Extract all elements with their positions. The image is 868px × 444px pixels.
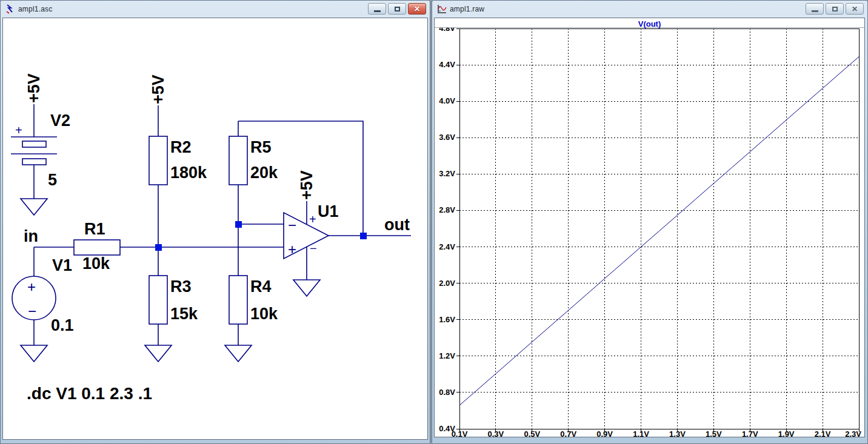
net-label-out[interactable]: out bbox=[384, 216, 410, 234]
component-r4[interactable] bbox=[229, 276, 247, 345]
x-tick-label: 0.5V bbox=[524, 429, 540, 439]
schematic-canvas[interactable]: +5V +5V +5V V2 5 V1 0.1 R1 10k R2 180k R… bbox=[2, 18, 428, 440]
x-tick-label: 1.7V bbox=[742, 429, 758, 439]
ground-symbol-r4[interactable] bbox=[225, 345, 252, 362]
x-tick-label: 0.9V bbox=[596, 429, 613, 439]
u1-vminus-mark: − bbox=[310, 242, 317, 255]
component-r2[interactable] bbox=[149, 105, 167, 185]
y-tick-label: 3.6V bbox=[439, 133, 455, 142]
x-tick-label: 0.7V bbox=[560, 429, 576, 439]
net-label-in[interactable]: in bbox=[24, 227, 38, 245]
rail-label-r2[interactable]: +5V bbox=[149, 75, 167, 104]
y-tick-label: 4.4V bbox=[439, 60, 455, 69]
trace-legend-bar[interactable]: V(out) bbox=[435, 18, 864, 28]
x-tick-label: 1.3V bbox=[669, 429, 686, 439]
y-tick-label: 1.6V bbox=[439, 315, 455, 324]
v1-minus-mark: − bbox=[28, 303, 36, 319]
y-tick-label: 3.2V bbox=[439, 169, 455, 178]
ground-symbol-v1[interactable] bbox=[21, 345, 47, 362]
minimize-button[interactable] bbox=[368, 3, 386, 15]
junction-node-vminus bbox=[235, 221, 242, 228]
v2-value[interactable]: 5 bbox=[48, 171, 57, 189]
y-tick-label: 0.8V bbox=[439, 388, 455, 397]
component-r1[interactable] bbox=[74, 240, 120, 255]
close-icon: ✕ bbox=[414, 5, 420, 13]
ltspice-schematic-icon[interactable] bbox=[5, 4, 15, 14]
close-button[interactable]: ✕ bbox=[408, 3, 426, 15]
u1-inverting-mark: − bbox=[288, 217, 296, 233]
junction-node-out bbox=[360, 233, 367, 239]
y-tick-label: 0.4V bbox=[439, 424, 455, 433]
ground-symbol-u1[interactable] bbox=[293, 280, 320, 296]
component-r5[interactable] bbox=[229, 121, 247, 185]
restore-icon bbox=[395, 7, 400, 12]
x-tick-label: 1.9V bbox=[778, 429, 795, 439]
x-tick-label: 0.3V bbox=[488, 429, 504, 439]
ground-symbol-v2[interactable] bbox=[21, 199, 47, 215]
r3-name[interactable]: R3 bbox=[170, 277, 192, 296]
u1-vplus-mark: + bbox=[309, 213, 316, 226]
close-button[interactable]: ✕ bbox=[846, 3, 864, 15]
close-icon: ✕ bbox=[852, 5, 858, 13]
waveform-plot[interactable]: 0.1V0.3V0.5V0.7V0.9V1.1V1.3V1.5V1.7V1.9V… bbox=[435, 28, 866, 439]
v2-plus-mark: + bbox=[15, 124, 22, 137]
restore-icon bbox=[832, 7, 838, 12]
waveform-pane[interactable]: V(out) 0.1V0.3V0.5V0.7V0.9V1.1V1.3V1.5V1… bbox=[434, 18, 865, 437]
schematic-titlebar[interactable]: ampl1.asc ✕ bbox=[1, 1, 430, 18]
y-tick-label: 4.0V bbox=[439, 96, 455, 105]
component-r3[interactable] bbox=[149, 276, 167, 345]
minimize-icon bbox=[812, 10, 818, 12]
r4-value[interactable]: 10k bbox=[250, 305, 278, 323]
r1-value[interactable]: 10k bbox=[82, 254, 110, 273]
y-tick-label: 2.8V bbox=[439, 205, 455, 214]
junction-node-vplus bbox=[155, 244, 162, 251]
spice-directive[interactable]: .dc V1 0.1 2.3 .1 bbox=[27, 384, 152, 403]
v2-name[interactable]: V2 bbox=[50, 111, 70, 130]
rail-label-u1[interactable]: +5V bbox=[298, 170, 316, 200]
x-tick-label: 1.1V bbox=[633, 429, 649, 439]
r2-name[interactable]: R2 bbox=[170, 138, 192, 156]
schematic-window: ampl1.asc ✕ bbox=[0, 0, 430, 444]
v1-value[interactable]: 0.1 bbox=[51, 316, 74, 334]
u1-name[interactable]: U1 bbox=[318, 202, 339, 220]
waveform-window: ampl1.raw ✕ V(out) 0.1V0.3V0.5V0.7V0.9V1… bbox=[432, 0, 868, 444]
plot-frame bbox=[459, 28, 859, 429]
minimize-icon bbox=[374, 10, 381, 12]
window-title: ampl1.raw bbox=[450, 5, 484, 13]
y-tick-label: 2.4V bbox=[439, 242, 455, 251]
restore-button[interactable] bbox=[826, 3, 844, 15]
r5-value[interactable]: 20k bbox=[250, 164, 278, 182]
v1-plus-mark: + bbox=[27, 279, 36, 295]
r1-name[interactable]: R1 bbox=[84, 220, 105, 238]
r5-name[interactable]: R5 bbox=[250, 138, 272, 156]
x-tick-label: 2.3V bbox=[845, 429, 861, 439]
waveform-icon[interactable] bbox=[437, 4, 447, 14]
y-tick-label: 1.2V bbox=[439, 351, 455, 360]
schematic-drawing[interactable]: +5V +5V +5V V2 5 V1 0.1 R1 10k R2 180k R… bbox=[3, 18, 429, 440]
waveform-titlebar[interactable]: ampl1.raw ✕ bbox=[432, 1, 867, 18]
r4-name[interactable]: R4 bbox=[250, 277, 272, 296]
x-tick-label: 1.5V bbox=[706, 429, 722, 439]
y-tick-label: 2.0V bbox=[439, 279, 455, 288]
x-tick-label: 2.1V bbox=[815, 429, 831, 439]
vout-trace[interactable] bbox=[459, 57, 859, 406]
rail-label-v2[interactable]: +5V bbox=[25, 73, 43, 103]
component-v1-source[interactable] bbox=[12, 247, 56, 345]
restore-button[interactable] bbox=[388, 3, 406, 15]
ground-symbol-r3[interactable] bbox=[145, 345, 172, 362]
window-title: ampl1.asc bbox=[18, 5, 53, 13]
r3-value[interactable]: 15k bbox=[170, 305, 198, 323]
minimize-button[interactable] bbox=[806, 3, 824, 15]
y-tick-label: 4.8V bbox=[439, 28, 455, 33]
trace-legend-label[interactable]: V(out) bbox=[638, 19, 661, 28]
r2-value[interactable]: 180k bbox=[170, 164, 207, 182]
u1-noninverting-mark: + bbox=[288, 241, 296, 257]
v1-name[interactable]: V1 bbox=[52, 256, 72, 274]
